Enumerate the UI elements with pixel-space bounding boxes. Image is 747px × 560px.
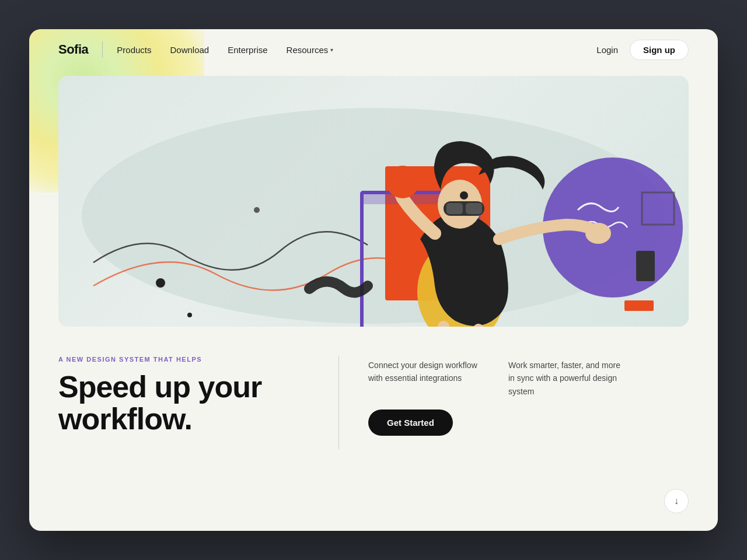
nav-enterprise[interactable]: Enterprise [228, 45, 267, 55]
browser-frame: Sofia Products Download Enterprise Resou… [29, 29, 718, 531]
svg-rect-13 [446, 203, 463, 214]
arrow-down-icon: ↓ [674, 496, 679, 506]
chevron-down-icon: ▾ [330, 47, 333, 53]
nav-download[interactable]: Download [170, 45, 210, 55]
svg-point-15 [386, 166, 419, 198]
navbar: Sofia Products Download Enterprise Resou… [29, 29, 718, 70]
login-button[interactable]: Login [596, 45, 618, 55]
descriptions: Connect your design workflow with essent… [368, 359, 625, 398]
svg-point-21 [254, 207, 260, 213]
nav-links: Products Download Enterprise Resources ▾ [117, 45, 333, 55]
nav-right: Login Sign up [596, 40, 689, 60]
scroll-down-button[interactable]: ↓ [664, 489, 689, 513]
svg-rect-8 [624, 300, 654, 311]
svg-point-16 [585, 223, 611, 244]
svg-point-2 [187, 313, 192, 317]
description-2: Work smarter, faster, and more in sync w… [508, 359, 625, 398]
section-divider [338, 356, 339, 449]
nav-products[interactable]: Products [117, 45, 151, 55]
description-1: Connect your design workflow with essent… [368, 359, 485, 398]
tagline: A NEW DESIGN SYSTEM THAT HELPS [58, 356, 309, 363]
svg-rect-9 [636, 251, 655, 281]
svg-point-1 [156, 278, 165, 288]
logo: Sofia [58, 42, 88, 57]
nav-divider [102, 41, 103, 58]
nav-resources[interactable]: Resources ▾ [287, 45, 334, 55]
svg-rect-14 [466, 203, 482, 214]
signup-button[interactable]: Sign up [630, 40, 689, 60]
hero-illustration [58, 76, 689, 327]
svg-point-17 [460, 191, 468, 200]
right-content: Connect your design workflow with essent… [368, 356, 625, 436]
main-headline: Speed up your workflow. [58, 371, 309, 435]
bottom-section: A NEW DESIGN SYSTEM THAT HELPS Speed up … [29, 327, 718, 449]
get-started-button[interactable]: Get Started [368, 410, 453, 436]
headline-section: A NEW DESIGN SYSTEM THAT HELPS Speed up … [58, 356, 309, 435]
